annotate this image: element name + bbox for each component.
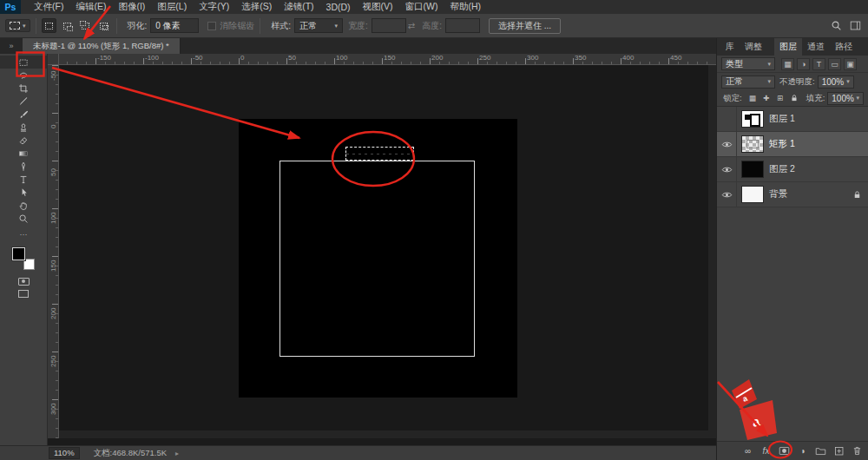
eraser-tool[interactable] bbox=[0, 134, 47, 147]
menu-item-7[interactable]: 3D(D) bbox=[320, 2, 357, 12]
link-layers-button[interactable]: ∞ bbox=[741, 444, 754, 457]
layer-style-fx-button[interactable]: fx bbox=[760, 444, 773, 457]
zoom-level-field[interactable]: 110% bbox=[49, 447, 80, 459]
rectangular-marquee-tool[interactable] bbox=[0, 56, 47, 69]
visibility-toggle[interactable] bbox=[717, 107, 737, 131]
new-layer-button[interactable] bbox=[832, 444, 845, 457]
foreground-color-swatch[interactable] bbox=[12, 247, 25, 260]
panel-tab-0[interactable]: 库 bbox=[720, 38, 740, 56]
add-layer-mask-button[interactable] bbox=[778, 444, 791, 457]
gradient-tool[interactable] bbox=[0, 147, 47, 160]
ruler-label: 200 bbox=[431, 54, 443, 62]
tools-column bbox=[0, 54, 47, 225]
status-caret-icon[interactable]: ▸ bbox=[175, 450, 179, 457]
layer-row-2[interactable]: 图层 2 bbox=[717, 157, 868, 182]
panel-tab-1[interactable]: 调整 bbox=[740, 38, 767, 56]
layer-thumbnail[interactable] bbox=[741, 161, 764, 178]
add-to-selection-icon[interactable] bbox=[60, 18, 75, 33]
menu-item-4[interactable]: 文字(Y) bbox=[193, 1, 235, 13]
quick-mask-icon[interactable] bbox=[0, 275, 47, 287]
tool-preset-dropdown[interactable]: ▾ bbox=[5, 19, 30, 32]
lock-position-icon[interactable]: ⊞ bbox=[774, 93, 786, 104]
layer-row-1[interactable]: 矩形 1 bbox=[717, 132, 868, 157]
menu-item-10[interactable]: 帮助(H) bbox=[444, 1, 488, 13]
layers-list: 图层 1矩形 1图层 2背景 bbox=[717, 106, 868, 441]
menu-item-2[interactable]: 图像(I) bbox=[112, 1, 151, 13]
adjustment-layer-button[interactable]: ◑ bbox=[796, 444, 809, 457]
pixel-layers-filter-icon[interactable]: ▦ bbox=[781, 58, 794, 70]
visibility-toggle[interactable] bbox=[717, 157, 737, 181]
visibility-toggle[interactable] bbox=[717, 132, 737, 156]
ruler-label: 300 bbox=[527, 54, 538, 62]
layer-thumbnail[interactable] bbox=[741, 135, 764, 153]
smart-object-filter-icon[interactable]: ▣ bbox=[844, 58, 857, 70]
horizontal-scrollbar[interactable] bbox=[59, 430, 708, 438]
menu-item-6[interactable]: 滤镜(T) bbox=[278, 1, 319, 13]
menu-item-8[interactable]: 视图(V) bbox=[357, 1, 399, 13]
photoshop-logo[interactable]: Ps bbox=[0, 0, 21, 14]
select-and-mask-button[interactable]: 选择并遮住 ... bbox=[489, 18, 561, 34]
toolbar-ellipsis-icon[interactable]: ··· bbox=[0, 228, 47, 240]
adjustment-layers-filter-icon[interactable]: ◑ bbox=[797, 58, 810, 70]
color-swatches[interactable] bbox=[12, 247, 35, 270]
visibility-toggle[interactable] bbox=[717, 182, 737, 207]
shape-layers-filter-icon[interactable]: ▭ bbox=[828, 58, 841, 70]
fill-dropdown[interactable]: 100%▾ bbox=[827, 92, 864, 105]
pen-tool[interactable] bbox=[0, 160, 47, 173]
layer-row-3[interactable]: 背景 bbox=[717, 182, 868, 207]
swap-dimensions-icon[interactable]: ⇄ bbox=[408, 21, 415, 30]
divider bbox=[36, 18, 36, 34]
height-input[interactable] bbox=[445, 18, 480, 33]
filter-type-dropdown[interactable]: 类型▾ bbox=[721, 57, 775, 70]
feather-input[interactable]: 0 像素 bbox=[150, 18, 199, 33]
layer-thumbnail[interactable] bbox=[741, 186, 764, 203]
clone-stamp-tool[interactable] bbox=[0, 121, 47, 134]
screen-mode-icon[interactable] bbox=[0, 287, 47, 299]
ruler-horizontal: -150-100-5005010015020025030035040045050… bbox=[59, 54, 716, 65]
layer-row-0[interactable]: 图层 1 bbox=[717, 107, 868, 132]
panel-tab-3[interactable]: 通道 bbox=[802, 38, 830, 56]
menu-item-3[interactable]: 图层(L) bbox=[151, 1, 193, 13]
menu-item-0[interactable]: 文件(F) bbox=[28, 1, 69, 13]
marquee-selection[interactable] bbox=[345, 147, 414, 161]
style-dropdown[interactable]: 正常▾ bbox=[294, 18, 343, 33]
menu-item-1[interactable]: 编辑(E) bbox=[69, 1, 112, 13]
subtract-from-selection-icon[interactable] bbox=[78, 18, 93, 33]
vertical-scrollbar[interactable] bbox=[708, 65, 716, 438]
document-canvas[interactable] bbox=[239, 119, 517, 398]
photoshop-window: Ps 文件(F)编辑(E)图像(I)图层(L)文字(Y)选择(S)滤镜(T)3D… bbox=[0, 0, 868, 460]
antialias-checkbox[interactable]: 消除锯齿 bbox=[207, 20, 254, 32]
workspace-icon[interactable] bbox=[847, 18, 863, 34]
canvas-area[interactable] bbox=[59, 65, 709, 438]
new-selection-icon[interactable] bbox=[42, 18, 56, 33]
toolbar-collapse-icon[interactable]: » bbox=[0, 38, 23, 54]
crop-tool[interactable] bbox=[0, 82, 47, 95]
search-icon[interactable] bbox=[828, 18, 844, 34]
menu-item-5[interactable]: 选择(S) bbox=[235, 1, 278, 13]
intersect-selection-icon[interactable] bbox=[96, 18, 111, 33]
blend-mode-dropdown[interactable]: 正常▾ bbox=[721, 76, 775, 89]
ruler-label: 100 bbox=[336, 54, 347, 62]
lock-pixels-icon[interactable]: ✚ bbox=[760, 93, 773, 104]
opacity-dropdown[interactable]: 100%▾ bbox=[818, 76, 854, 89]
document-tab[interactable]: 未标题-1 @ 110% (矩形 1, RGB/8#) * bbox=[23, 38, 181, 54]
menu-item-9[interactable]: 窗口(W) bbox=[399, 1, 444, 13]
zoom-tool[interactable] bbox=[0, 212, 47, 225]
new-group-button[interactable] bbox=[814, 444, 827, 457]
delete-layer-button[interactable] bbox=[851, 444, 864, 457]
document-title: 未标题-1 @ 110% (矩形 1, RGB/8#) * bbox=[33, 41, 169, 50]
brush-tool[interactable] bbox=[0, 108, 47, 121]
layer-thumbnail[interactable] bbox=[741, 110, 764, 128]
width-input[interactable] bbox=[372, 18, 406, 33]
type-tool[interactable] bbox=[0, 173, 47, 186]
panel-tab-4[interactable]: 路径 bbox=[830, 38, 858, 56]
ruler-label: 400 bbox=[622, 54, 634, 62]
eyedropper-tool[interactable] bbox=[0, 95, 47, 108]
hand-tool[interactable] bbox=[0, 199, 47, 212]
lock-transparent-icon[interactable]: ▦ bbox=[746, 93, 759, 104]
lock-all-icon[interactable] bbox=[788, 93, 800, 104]
lasso-tool[interactable] bbox=[0, 69, 47, 82]
path-selection-tool[interactable] bbox=[0, 186, 47, 199]
panel-tab-2[interactable]: 图层 bbox=[774, 38, 802, 56]
type-layers-filter-icon[interactable]: T bbox=[812, 58, 825, 70]
